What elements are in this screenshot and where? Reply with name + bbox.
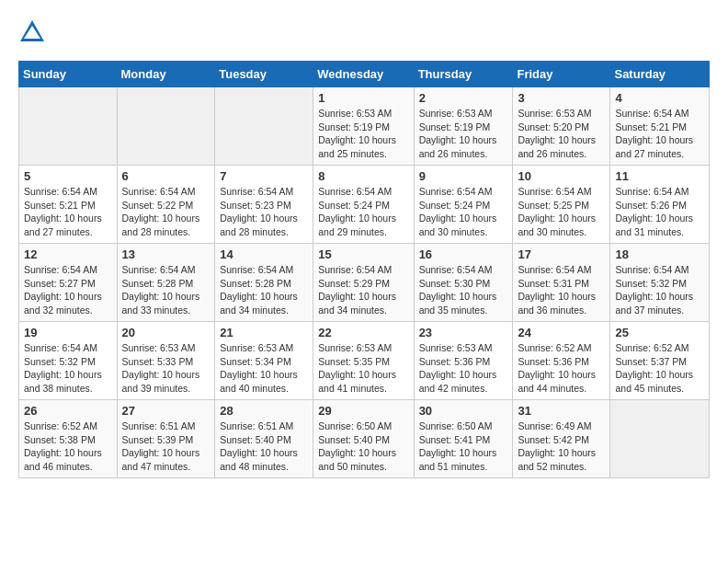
day-info: Sunrise: 6:53 AM Sunset: 5:19 PM Dayligh… [419,107,508,161]
day-number: 1 [318,91,408,105]
day-info: Sunrise: 6:54 AM Sunset: 5:28 PM Dayligh… [122,263,210,317]
day-cell: 12Sunrise: 6:54 AM Sunset: 5:27 PM Dayli… [19,244,118,322]
header-cell-thursday: Thursday [414,62,513,87]
day-number: 13 [122,247,210,261]
day-info: Sunrise: 6:54 AM Sunset: 5:29 PM Dayligh… [318,263,408,317]
header-row: SundayMondayTuesdayWednesdayThursdayFrid… [19,62,710,87]
page-header [18,18,710,46]
day-number: 15 [318,247,408,261]
day-cell: 10Sunrise: 6:54 AM Sunset: 5:25 PM Dayli… [513,166,610,244]
day-info: Sunrise: 6:53 AM Sunset: 5:19 PM Dayligh… [318,107,408,161]
day-info: Sunrise: 6:52 AM Sunset: 5:36 PM Dayligh… [518,341,605,396]
day-number: 19 [24,326,112,339]
day-info: Sunrise: 6:54 AM Sunset: 5:32 PM Dayligh… [24,341,112,396]
day-number: 5 [24,169,112,183]
day-info: Sunrise: 6:54 AM Sunset: 5:24 PM Dayligh… [419,185,508,239]
day-cell: 27Sunrise: 6:51 AM Sunset: 5:39 PM Dayli… [117,400,215,478]
day-number: 20 [122,326,210,339]
day-number: 30 [419,404,508,418]
day-info: Sunrise: 6:54 AM Sunset: 5:28 PM Dayligh… [220,263,308,317]
day-info: Sunrise: 6:54 AM Sunset: 5:30 PM Dayligh… [419,263,508,317]
day-info: Sunrise: 6:54 AM Sunset: 5:27 PM Dayligh… [24,263,112,317]
day-cell: 20Sunrise: 6:53 AM Sunset: 5:33 PM Dayli… [117,322,215,400]
header-cell-monday: Monday [117,62,215,87]
day-info: Sunrise: 6:54 AM Sunset: 5:21 PM Dayligh… [24,185,112,239]
day-number: 26 [24,404,112,418]
day-info: Sunrise: 6:52 AM Sunset: 5:38 PM Dayligh… [24,419,112,474]
day-cell: 28Sunrise: 6:51 AM Sunset: 5:40 PM Dayli… [215,400,313,478]
day-cell: 23Sunrise: 6:53 AM Sunset: 5:36 PM Dayli… [414,322,513,400]
day-number: 9 [419,169,508,183]
day-number: 14 [220,247,308,261]
day-cell: 15Sunrise: 6:54 AM Sunset: 5:29 PM Dayli… [313,244,414,322]
day-cell: 18Sunrise: 6:54 AM Sunset: 5:32 PM Dayli… [610,244,710,322]
day-cell: 21Sunrise: 6:53 AM Sunset: 5:34 PM Dayli… [215,322,313,400]
day-info: Sunrise: 6:54 AM Sunset: 5:24 PM Dayligh… [318,185,408,239]
day-number: 6 [122,169,210,183]
day-number: 4 [615,91,704,105]
header-cell-tuesday: Tuesday [215,62,313,87]
day-cell: 17Sunrise: 6:54 AM Sunset: 5:31 PM Dayli… [513,244,610,322]
day-number: 10 [518,169,605,183]
day-info: Sunrise: 6:53 AM Sunset: 5:35 PM Dayligh… [318,341,408,396]
day-info: Sunrise: 6:54 AM Sunset: 5:23 PM Dayligh… [220,185,308,239]
day-number: 2 [419,91,508,105]
day-info: Sunrise: 6:53 AM Sunset: 5:33 PM Dayligh… [122,341,210,396]
day-number: 24 [518,326,605,339]
day-cell: 16Sunrise: 6:54 AM Sunset: 5:30 PM Dayli… [414,244,513,322]
header-cell-friday: Friday [513,62,610,87]
day-cell: 2Sunrise: 6:53 AM Sunset: 5:19 PM Daylig… [414,87,513,166]
day-cell: 9Sunrise: 6:54 AM Sunset: 5:24 PM Daylig… [414,166,513,244]
day-cell: 3Sunrise: 6:53 AM Sunset: 5:20 PM Daylig… [513,87,610,166]
day-number: 25 [615,326,704,339]
header-cell-sunday: Sunday [19,62,118,87]
day-info: Sunrise: 6:54 AM Sunset: 5:26 PM Dayligh… [615,185,704,239]
day-cell: 31Sunrise: 6:49 AM Sunset: 5:42 PM Dayli… [513,400,610,478]
day-cell: 5Sunrise: 6:54 AM Sunset: 5:21 PM Daylig… [19,166,118,244]
header-cell-saturday: Saturday [610,62,710,87]
day-info: Sunrise: 6:53 AM Sunset: 5:34 PM Dayligh… [220,341,308,396]
day-number: 22 [318,326,408,339]
day-cell: 14Sunrise: 6:54 AM Sunset: 5:28 PM Dayli… [215,244,313,322]
logo [18,18,50,46]
day-number: 16 [419,247,508,261]
day-cell: 25Sunrise: 6:52 AM Sunset: 5:37 PM Dayli… [610,322,710,400]
day-cell [215,87,313,166]
day-info: Sunrise: 6:53 AM Sunset: 5:20 PM Dayligh… [518,107,605,161]
day-cell: 29Sunrise: 6:50 AM Sunset: 5:40 PM Dayli… [313,400,414,478]
day-cell: 1Sunrise: 6:53 AM Sunset: 5:19 PM Daylig… [313,87,414,166]
calendar-header: SundayMondayTuesdayWednesdayThursdayFrid… [19,62,710,87]
day-number: 17 [518,247,605,261]
day-number: 31 [518,404,605,418]
day-cell: 19Sunrise: 6:54 AM Sunset: 5:32 PM Dayli… [19,322,118,400]
calendar-table: SundayMondayTuesdayWednesdayThursdayFrid… [18,61,710,478]
day-cell [19,87,118,166]
day-number: 11 [615,169,704,183]
day-info: Sunrise: 6:54 AM Sunset: 5:21 PM Dayligh… [615,107,704,161]
day-info: Sunrise: 6:54 AM Sunset: 5:25 PM Dayligh… [518,185,605,239]
day-info: Sunrise: 6:51 AM Sunset: 5:39 PM Dayligh… [122,419,210,474]
week-row-5: 26Sunrise: 6:52 AM Sunset: 5:38 PM Dayli… [19,400,710,478]
week-row-2: 5Sunrise: 6:54 AM Sunset: 5:21 PM Daylig… [19,166,710,244]
day-info: Sunrise: 6:51 AM Sunset: 5:40 PM Dayligh… [220,419,308,474]
day-number: 27 [122,404,210,418]
day-cell: 11Sunrise: 6:54 AM Sunset: 5:26 PM Dayli… [610,166,710,244]
day-info: Sunrise: 6:54 AM Sunset: 5:22 PM Dayligh… [122,185,210,239]
day-number: 8 [318,169,408,183]
day-info: Sunrise: 6:54 AM Sunset: 5:32 PM Dayligh… [615,263,704,317]
day-cell: 26Sunrise: 6:52 AM Sunset: 5:38 PM Dayli… [19,400,118,478]
day-number: 18 [615,247,704,261]
day-cell: 8Sunrise: 6:54 AM Sunset: 5:24 PM Daylig… [313,166,414,244]
day-cell: 7Sunrise: 6:54 AM Sunset: 5:23 PM Daylig… [215,166,313,244]
day-cell: 24Sunrise: 6:52 AM Sunset: 5:36 PM Dayli… [513,322,610,400]
day-cell [117,87,215,166]
day-cell [610,400,710,478]
week-row-3: 12Sunrise: 6:54 AM Sunset: 5:27 PM Dayli… [19,244,710,322]
day-info: Sunrise: 6:54 AM Sunset: 5:31 PM Dayligh… [518,263,605,317]
logo-icon [18,18,46,46]
day-number: 12 [24,247,112,261]
day-cell: 6Sunrise: 6:54 AM Sunset: 5:22 PM Daylig… [117,166,215,244]
day-number: 28 [220,404,308,418]
day-cell: 4Sunrise: 6:54 AM Sunset: 5:21 PM Daylig… [610,87,710,166]
week-row-4: 19Sunrise: 6:54 AM Sunset: 5:32 PM Dayli… [19,322,710,400]
